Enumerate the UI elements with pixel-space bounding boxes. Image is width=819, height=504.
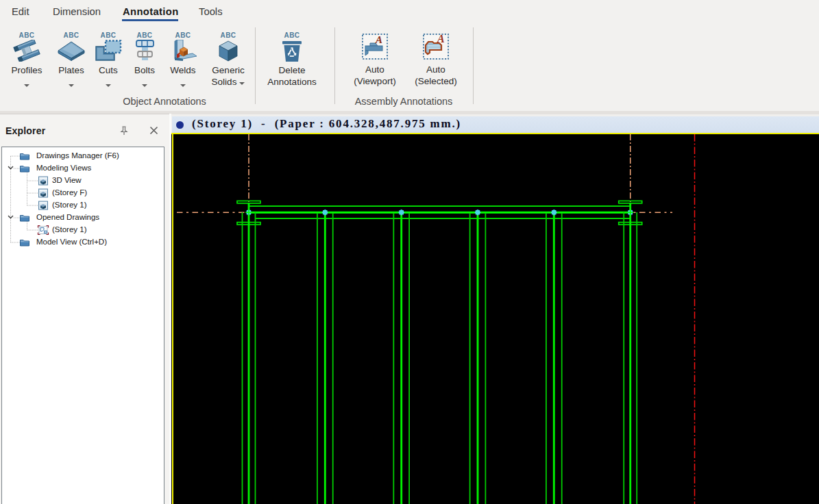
svg-text:A: A [437, 33, 445, 45]
svg-text:A: A [375, 34, 382, 45]
